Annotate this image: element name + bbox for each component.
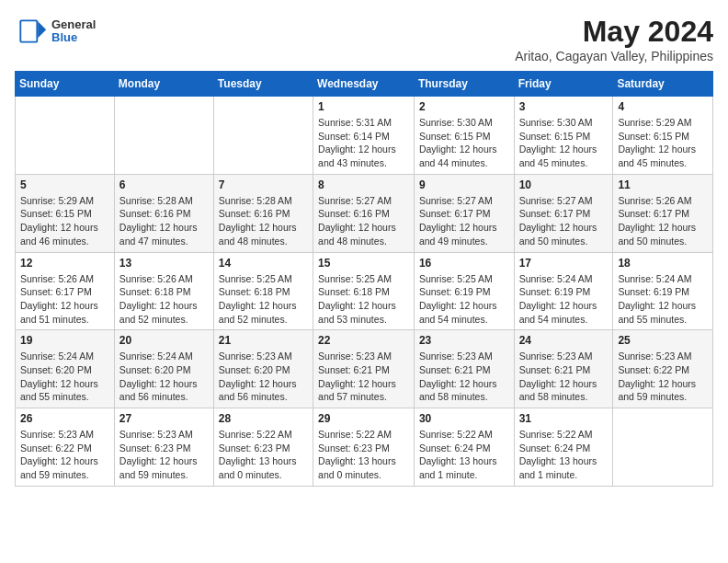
day-info: Sunrise: 5:30 AMSunset: 6:15 PMDaylight:… bbox=[519, 116, 609, 170]
calendar-week-row: 26Sunrise: 5:23 AMSunset: 6:22 PMDayligh… bbox=[16, 408, 713, 487]
day-info: Sunrise: 5:29 AMSunset: 6:15 PMDaylight:… bbox=[20, 194, 109, 248]
day-info: Sunrise: 5:25 AMSunset: 6:18 PMDaylight:… bbox=[219, 272, 308, 327]
day-info: Sunrise: 5:23 AMSunset: 6:21 PMDaylight:… bbox=[318, 350, 409, 404]
day-number: 19 bbox=[20, 334, 109, 347]
day-info: Sunrise: 5:22 AMSunset: 6:24 PMDaylight:… bbox=[519, 428, 609, 482]
day-number: 23 bbox=[419, 334, 509, 347]
day-info: Sunrise: 5:24 AMSunset: 6:20 PMDaylight:… bbox=[119, 350, 209, 404]
month-title: May 2024 bbox=[515, 15, 713, 49]
day-info: Sunrise: 5:25 AMSunset: 6:19 PMDaylight:… bbox=[419, 272, 509, 327]
calendar-week-row: 1Sunrise: 5:31 AMSunset: 6:14 PMDaylight… bbox=[16, 97, 713, 175]
day-number: 2 bbox=[419, 100, 509, 113]
day-number: 9 bbox=[419, 178, 509, 191]
day-number: 22 bbox=[318, 334, 409, 347]
day-info: Sunrise: 5:22 AMSunset: 6:23 PMDaylight:… bbox=[318, 428, 409, 482]
calendar-cell: 16Sunrise: 5:25 AMSunset: 6:19 PMDayligh… bbox=[414, 252, 514, 330]
calendar-cell: 4Sunrise: 5:29 AMSunset: 6:15 PMDaylight… bbox=[613, 97, 713, 175]
day-number: 11 bbox=[618, 178, 708, 191]
calendar-cell bbox=[213, 97, 313, 175]
day-number: 17 bbox=[519, 257, 609, 270]
day-number: 4 bbox=[618, 100, 708, 113]
calendar-week-row: 12Sunrise: 5:26 AMSunset: 6:17 PMDayligh… bbox=[16, 252, 713, 330]
svg-rect-3 bbox=[21, 21, 36, 41]
day-info: Sunrise: 5:26 AMSunset: 6:17 PMDaylight:… bbox=[618, 194, 708, 248]
day-number: 14 bbox=[219, 257, 308, 270]
day-info: Sunrise: 5:24 AMSunset: 6:19 PMDaylight:… bbox=[618, 272, 708, 327]
calendar-cell: 23Sunrise: 5:23 AMSunset: 6:21 PMDayligh… bbox=[414, 330, 514, 408]
calendar-day-header: Sunday bbox=[16, 72, 115, 97]
day-info: Sunrise: 5:22 AMSunset: 6:24 PMDaylight:… bbox=[419, 428, 509, 482]
calendar-day-header: Thursday bbox=[414, 72, 514, 97]
title-block: May 2024 Aritao, Cagayan Valley, Philipp… bbox=[515, 15, 713, 63]
day-info: Sunrise: 5:25 AMSunset: 6:18 PMDaylight:… bbox=[318, 272, 409, 327]
calendar-cell: 13Sunrise: 5:26 AMSunset: 6:18 PMDayligh… bbox=[114, 252, 213, 330]
calendar-cell: 21Sunrise: 5:23 AMSunset: 6:20 PMDayligh… bbox=[213, 330, 313, 408]
logo-line2: Blue bbox=[51, 31, 96, 44]
calendar-cell: 12Sunrise: 5:26 AMSunset: 6:17 PMDayligh… bbox=[16, 252, 115, 330]
logo-text: General Blue bbox=[51, 18, 96, 45]
day-info: Sunrise: 5:23 AMSunset: 6:20 PMDaylight:… bbox=[219, 350, 308, 404]
day-number: 31 bbox=[519, 412, 609, 425]
day-info: Sunrise: 5:23 AMSunset: 6:21 PMDaylight:… bbox=[419, 350, 509, 404]
day-number: 29 bbox=[318, 412, 409, 425]
calendar-cell: 8Sunrise: 5:27 AMSunset: 6:16 PMDaylight… bbox=[313, 174, 415, 252]
day-number: 7 bbox=[219, 178, 308, 191]
day-info: Sunrise: 5:27 AMSunset: 6:17 PMDaylight:… bbox=[419, 194, 509, 248]
day-number: 21 bbox=[219, 334, 308, 347]
calendar-cell: 1Sunrise: 5:31 AMSunset: 6:14 PMDaylight… bbox=[313, 97, 415, 175]
day-number: 15 bbox=[318, 257, 409, 270]
calendar-day-header: Monday bbox=[114, 72, 213, 97]
logo-icon bbox=[15, 15, 48, 48]
logo: General Blue bbox=[15, 15, 96, 48]
day-info: Sunrise: 5:22 AMSunset: 6:23 PMDaylight:… bbox=[219, 428, 308, 482]
calendar-cell: 18Sunrise: 5:24 AMSunset: 6:19 PMDayligh… bbox=[613, 252, 713, 330]
calendar-table: SundayMondayTuesdayWednesdayThursdayFrid… bbox=[15, 71, 713, 487]
calendar-cell: 24Sunrise: 5:23 AMSunset: 6:21 PMDayligh… bbox=[514, 330, 613, 408]
calendar-cell: 3Sunrise: 5:30 AMSunset: 6:15 PMDaylight… bbox=[514, 97, 613, 175]
logo-line1: General bbox=[51, 18, 96, 31]
calendar-header-row: SundayMondayTuesdayWednesdayThursdayFrid… bbox=[16, 72, 713, 97]
day-number: 28 bbox=[219, 412, 308, 425]
calendar-day-header: Friday bbox=[514, 72, 613, 97]
day-number: 20 bbox=[119, 334, 209, 347]
day-info: Sunrise: 5:27 AMSunset: 6:17 PMDaylight:… bbox=[519, 194, 609, 248]
day-info: Sunrise: 5:23 AMSunset: 6:22 PMDaylight:… bbox=[618, 350, 708, 404]
calendar-cell: 22Sunrise: 5:23 AMSunset: 6:21 PMDayligh… bbox=[313, 330, 415, 408]
day-info: Sunrise: 5:31 AMSunset: 6:14 PMDaylight:… bbox=[318, 116, 409, 170]
day-info: Sunrise: 5:26 AMSunset: 6:18 PMDaylight:… bbox=[119, 272, 209, 327]
day-number: 26 bbox=[20, 412, 109, 425]
calendar-cell: 30Sunrise: 5:22 AMSunset: 6:24 PMDayligh… bbox=[414, 408, 514, 487]
day-info: Sunrise: 5:29 AMSunset: 6:15 PMDaylight:… bbox=[618, 116, 708, 170]
day-info: Sunrise: 5:28 AMSunset: 6:16 PMDaylight:… bbox=[219, 194, 308, 248]
day-info: Sunrise: 5:23 AMSunset: 6:22 PMDaylight:… bbox=[20, 428, 109, 482]
day-number: 25 bbox=[618, 334, 708, 347]
day-number: 16 bbox=[419, 257, 509, 270]
day-number: 27 bbox=[119, 412, 209, 425]
calendar-cell: 28Sunrise: 5:22 AMSunset: 6:23 PMDayligh… bbox=[213, 408, 313, 487]
day-info: Sunrise: 5:23 AMSunset: 6:21 PMDaylight:… bbox=[519, 350, 609, 404]
calendar-cell: 17Sunrise: 5:24 AMSunset: 6:19 PMDayligh… bbox=[514, 252, 613, 330]
calendar-cell: 5Sunrise: 5:29 AMSunset: 6:15 PMDaylight… bbox=[16, 174, 115, 252]
day-info: Sunrise: 5:27 AMSunset: 6:16 PMDaylight:… bbox=[318, 194, 409, 248]
calendar-cell bbox=[613, 408, 713, 487]
calendar-day-header: Wednesday bbox=[313, 72, 415, 97]
calendar-cell: 11Sunrise: 5:26 AMSunset: 6:17 PMDayligh… bbox=[613, 174, 713, 252]
calendar-cell: 26Sunrise: 5:23 AMSunset: 6:22 PMDayligh… bbox=[16, 408, 115, 487]
calendar-day-header: Saturday bbox=[613, 72, 713, 97]
calendar-cell: 10Sunrise: 5:27 AMSunset: 6:17 PMDayligh… bbox=[514, 174, 613, 252]
calendar-cell: 25Sunrise: 5:23 AMSunset: 6:22 PMDayligh… bbox=[613, 330, 713, 408]
day-number: 1 bbox=[318, 100, 409, 113]
day-number: 5 bbox=[20, 178, 109, 191]
calendar-cell: 2Sunrise: 5:30 AMSunset: 6:15 PMDaylight… bbox=[414, 97, 514, 175]
calendar-cell: 14Sunrise: 5:25 AMSunset: 6:18 PMDayligh… bbox=[213, 252, 313, 330]
calendar-week-row: 5Sunrise: 5:29 AMSunset: 6:15 PMDaylight… bbox=[16, 174, 713, 252]
calendar-cell: 29Sunrise: 5:22 AMSunset: 6:23 PMDayligh… bbox=[313, 408, 415, 487]
calendar-cell: 27Sunrise: 5:23 AMSunset: 6:23 PMDayligh… bbox=[114, 408, 213, 487]
day-info: Sunrise: 5:28 AMSunset: 6:16 PMDaylight:… bbox=[119, 194, 209, 248]
calendar-cell: 9Sunrise: 5:27 AMSunset: 6:17 PMDaylight… bbox=[414, 174, 514, 252]
calendar-week-row: 19Sunrise: 5:24 AMSunset: 6:20 PMDayligh… bbox=[16, 330, 713, 408]
day-number: 12 bbox=[20, 257, 109, 270]
day-number: 30 bbox=[419, 412, 509, 425]
day-number: 3 bbox=[519, 100, 609, 113]
page-header: General Blue May 2024 Aritao, Cagayan Va… bbox=[15, 15, 713, 63]
